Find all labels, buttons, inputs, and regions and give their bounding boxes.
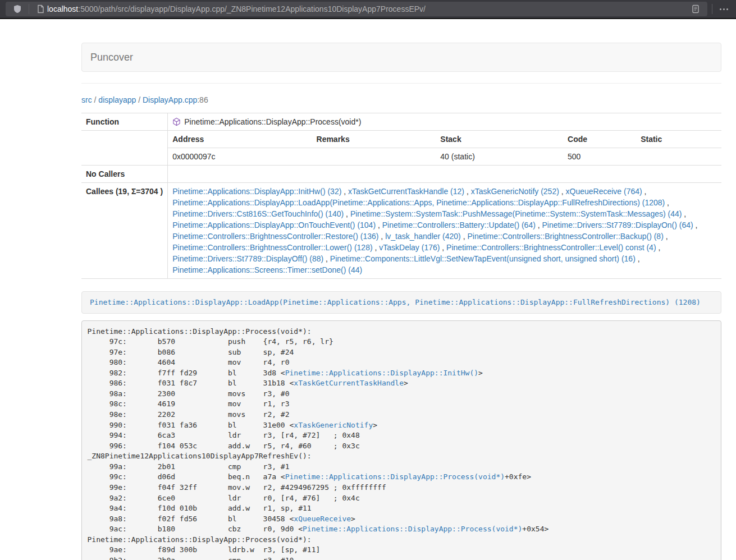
col-static: Static <box>636 131 721 148</box>
callee-link[interactable]: Pinetime::Applications::DisplayApp::Load… <box>172 198 665 207</box>
callee-link[interactable]: Pinetime::Controllers::BrightnessControl… <box>467 232 663 241</box>
callee-link[interactable]: vTaskDelay (176) <box>379 243 440 252</box>
col-code: Code <box>563 131 636 148</box>
callee-link[interactable]: Pinetime::Drivers::St7789::DisplayOff() … <box>172 254 323 263</box>
disassembly-symbol-link[interactable]: xTaskGenericNotify <box>294 421 373 429</box>
function-label: Function <box>81 113 168 131</box>
callee-separator: , <box>636 254 640 263</box>
callee-link[interactable]: Pinetime::Applications::DisplayApp::Init… <box>172 187 341 196</box>
highlighted-symbol-panel: Pinetime::Applications::DisplayApp::Load… <box>81 291 721 314</box>
url-bar[interactable]: localhost:5000/path/src/displayapp/Displ… <box>6 2 707 16</box>
disassembly-symbol-link[interactable]: xQueueReceive <box>294 515 351 523</box>
divider <box>81 83 721 84</box>
callee-separator: , <box>341 187 348 196</box>
remarks-value <box>312 148 436 166</box>
disassembly-symbol-link[interactable]: xTaskGetCurrentTaskHandle <box>294 379 404 387</box>
disassembly-symbol-link[interactable]: Pinetime::Applications::DisplayApp::Proc… <box>303 525 522 533</box>
callee-separator: , <box>344 209 350 218</box>
app-header: Puncover <box>81 43 721 72</box>
callee-link[interactable]: Pinetime::Drivers::Cst816S::GetTouchInfo… <box>172 209 344 218</box>
callee-separator: , <box>693 221 698 229</box>
url-bar-divider <box>29 4 29 14</box>
callee-separator: , <box>656 243 661 252</box>
callee-separator: , <box>559 187 566 196</box>
url-path: :5000/path/src/displayapp/DisplayApp.cpp… <box>78 4 426 13</box>
callee-separator: , <box>664 232 668 241</box>
callee-link[interactable]: lv_task_handler (420) <box>385 232 461 241</box>
no-callers-cell <box>168 166 721 183</box>
col-address: Address <box>168 131 312 148</box>
callee-link[interactable]: Pinetime::Controllers::Battery::Update()… <box>382 221 536 229</box>
static-value <box>636 148 721 166</box>
callee-link[interactable]: xQueueReceive (764) <box>566 187 642 196</box>
callee-separator: , <box>536 221 542 229</box>
callee-separator: , <box>373 243 380 252</box>
callee-link[interactable]: Pinetime::Applications::DisplayApp::OnTo… <box>172 221 376 229</box>
function-name: Pinetime::Applications::DisplayApp::Proc… <box>184 117 361 126</box>
callee-link[interactable]: Pinetime::Applications::Screens::Timer::… <box>172 265 362 274</box>
overflow-menu-icon[interactable] <box>717 2 730 16</box>
disassembly-symbol-link[interactable]: Pinetime::Applications::DisplayApp::Init… <box>285 369 478 377</box>
breadcrumb-line-number: :86 <box>197 95 208 104</box>
function-name-cell: Pinetime::Applications::DisplayApp::Proc… <box>168 113 721 131</box>
stats-cell: Address Remarks Stack Code Static 0x0000… <box>168 131 721 166</box>
no-callers-row: No Callers <box>81 166 721 183</box>
breadcrumb-separator: / <box>136 95 143 104</box>
callees-list: Pinetime::Applications::DisplayApp::Init… <box>168 183 721 279</box>
callees-label: Callees (19, Σ=3704 ) <box>81 183 168 279</box>
app-title[interactable]: Puncover <box>90 52 133 63</box>
callee-separator: , <box>378 232 385 241</box>
no-callers-label: No Callers <box>81 166 168 183</box>
breadcrumb-separator: / <box>92 95 99 104</box>
callee-separator: , <box>682 209 686 218</box>
disassembly: Pinetime::Applications::DisplayApp::Proc… <box>81 320 721 560</box>
callee-separator: , <box>323 254 330 263</box>
stats-header-row: Address Remarks Stack Code Static <box>168 131 721 148</box>
callee-link[interactable]: Pinetime::Controllers::BrightnessControl… <box>446 243 656 252</box>
function-cube-icon <box>172 117 181 126</box>
function-row: Function Pinetime::Applications::Display… <box>81 113 721 131</box>
callee-separator: , <box>440 243 446 252</box>
callee-separator: , <box>376 221 382 229</box>
callee-separator: , <box>665 198 669 207</box>
callee-link[interactable]: xTaskGetCurrentTaskHandle (12) <box>348 187 464 196</box>
callee-link[interactable]: Pinetime::Components::LittleVgl::SetNewT… <box>330 254 636 263</box>
breadcrumb-link[interactable]: DisplayApp.cpp <box>143 95 197 104</box>
callee-link[interactable]: Pinetime::System::SystemTask::PushMessag… <box>350 209 682 218</box>
stats-value-row: 0x0000097c 40 (static) 500 <box>168 148 721 166</box>
browser-toolbar: localhost:5000/path/src/displayapp/Displ… <box>0 0 736 19</box>
highlighted-symbol-link[interactable]: Pinetime::Applications::DisplayApp::Load… <box>90 298 701 306</box>
code-value: 500 <box>563 148 636 166</box>
page-container: Puncover src / displayapp / DisplayApp.c… <box>73 43 730 560</box>
breadcrumb-link[interactable]: displayapp <box>98 95 136 104</box>
shield-icon[interactable] <box>11 2 24 16</box>
url-host: localhost <box>47 4 78 13</box>
url-text[interactable]: localhost:5000/path/src/displayapp/Displ… <box>47 4 426 13</box>
callee-link[interactable]: Pinetime::Controllers::BrightnessControl… <box>172 243 372 252</box>
reader-mode-icon[interactable] <box>689 2 702 16</box>
stats-table: Address Remarks Stack Code Static 0x0000… <box>168 131 721 165</box>
callee-link[interactable]: Pinetime::Controllers::BrightnessControl… <box>172 232 378 241</box>
disassembly-symbol-link[interactable]: Pinetime::Applications::DisplayApp::Proc… <box>285 472 505 481</box>
toolbar-divider <box>712 4 712 14</box>
callees-row: Callees (19, Σ=3704 ) Pinetime::Applicat… <box>81 183 721 279</box>
stack-value: 40 (static) <box>436 148 563 166</box>
callee-link[interactable]: xTaskGenericNotify (252) <box>471 187 559 196</box>
stats-row: Address Remarks Stack Code Static 0x0000… <box>81 131 721 166</box>
callee-separator: , <box>642 187 647 196</box>
callee-separator: , <box>461 232 468 241</box>
page-icon <box>34 2 47 16</box>
callee-link[interactable]: Pinetime::Drivers::St7789::DisplayOn() (… <box>542 221 693 229</box>
breadcrumb: src / displayapp / DisplayApp.cpp:86 <box>81 94 721 105</box>
address-value: 0x0000097c <box>168 148 312 166</box>
callee-separator: , <box>464 187 471 196</box>
col-stack: Stack <box>436 131 563 148</box>
stats-row-label <box>81 131 168 166</box>
function-table: Function Pinetime::Applications::Display… <box>81 113 721 279</box>
breadcrumb-link[interactable]: src <box>81 95 92 104</box>
col-remarks: Remarks <box>312 131 436 148</box>
